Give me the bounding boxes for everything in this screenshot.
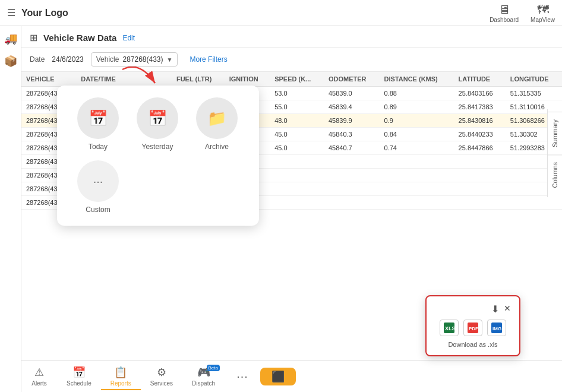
right-tabs: Summary Columns <box>547 109 562 197</box>
reports-icon: 📋 <box>114 366 127 379</box>
tab-dispatch-label: Dispatch <box>192 380 215 387</box>
vehicle-filter-label: Vehicle <box>96 55 119 64</box>
col-ignition: IGNITION <box>225 72 270 87</box>
col-latitude: LATITUDE <box>454 72 506 87</box>
vehicle-filter-select[interactable]: Vehicle 287268(433) ▼ <box>91 52 178 67</box>
excel-download-button[interactable]: XLS <box>440 320 459 336</box>
top-nav: ☰ Your Logo 🖥 Dashboard 🗺 MapView <box>0 0 562 26</box>
mapview-icon: 🗺 <box>537 3 549 17</box>
main-layout: 🚚 📦 ⊞ Vehicle Raw Data Edit Date 24/6/20… <box>0 26 562 392</box>
sidebar: 🚚 📦 <box>0 26 21 392</box>
col-distance: DISTANCE (KMS) <box>380 72 454 87</box>
mapview-label: MapView <box>531 17 555 23</box>
svg-text:PDF: PDF <box>469 326 478 331</box>
logo: Your Logo <box>21 8 68 18</box>
top-nav-left: ☰ Your Logo <box>7 7 68 18</box>
services-icon: ⚙ <box>157 366 166 379</box>
yesterday-button[interactable]: 📅 <box>137 97 178 139</box>
dashboard-label: Dashboard <box>490 17 519 23</box>
svg-text:XLS: XLS <box>445 325 454 331</box>
tab-reports[interactable]: 📋 Reports <box>101 362 141 390</box>
col-longitude: LONGITUDE <box>506 72 562 87</box>
custom-label: Custom <box>86 206 110 214</box>
hamburger-icon[interactable]: ☰ <box>7 7 15 18</box>
more-filters-link[interactable]: More Filters <box>190 55 227 64</box>
edit-link[interactable]: Edit <box>122 34 135 42</box>
download-icon[interactable]: ⬇ <box>491 304 499 315</box>
close-icon[interactable]: ✕ <box>504 304 511 315</box>
date-filter-label: Date <box>30 55 45 64</box>
today-label: Today <box>89 143 108 151</box>
col-vehicle: VEHICLE <box>21 72 76 87</box>
today-button[interactable]: 📅 <box>77 97 119 139</box>
archive-label: Archive <box>205 143 229 151</box>
pdf-download-button[interactable]: PDF <box>463 320 482 336</box>
download-popup: ⬇ ✕ XLS PDF IMG Download as .xls <box>425 295 520 356</box>
date-filter-value: 24/6/2023 <box>52 55 83 64</box>
tab-alerts-label: Alerts <box>31 380 47 387</box>
sidebar-truck-icon[interactable]: 🚚 <box>4 32 17 45</box>
tab-more[interactable]: ··· <box>225 366 260 387</box>
right-tab-summary[interactable]: Summary <box>548 112 562 154</box>
yesterday-label: Yesterday <box>142 143 173 151</box>
date-picker-custom[interactable]: ··· Custom <box>77 160 119 214</box>
col-datetime: DATE/TIME <box>76 72 172 87</box>
tab-alerts[interactable]: ⚠ Alerts <box>21 362 57 390</box>
more-icon: ··· <box>236 369 248 383</box>
page-header: ⊞ Vehicle Raw Data Edit <box>21 26 562 48</box>
date-picker-yesterday[interactable]: 📅 Yesterday <box>137 97 178 151</box>
download-label: Download as .xls <box>435 341 511 348</box>
tab-dispatch[interactable]: 🎮 Dispatch Beta <box>182 362 225 390</box>
tab-services-label: Services <box>150 380 173 387</box>
tab-services[interactable]: ⚙ Services <box>141 362 182 390</box>
right-tab-columns[interactable]: Columns <box>548 154 562 195</box>
filter-bar: Date 24/6/2023 Vehicle 287268(433) ▼ Mor… <box>21 48 562 72</box>
date-picker-archive[interactable]: 📁 Archive <box>196 97 238 151</box>
vehicle-filter-value: 287268(433) <box>122 55 163 64</box>
schedule-icon: 📅 <box>72 366 86 379</box>
download-icons: XLS PDF IMG <box>435 320 511 336</box>
main-content: ⊞ Vehicle Raw Data Edit Date 24/6/2023 V… <box>21 26 562 392</box>
tab-schedule-label: Schedule <box>67 380 91 387</box>
dashboard-icon: 🖥 <box>498 3 510 17</box>
highlighted-icon: ⬛ <box>271 370 285 383</box>
tab-schedule[interactable]: 📅 Schedule <box>57 362 101 390</box>
col-speed: SPEED (K... <box>270 72 324 87</box>
grid-icon: ⊞ <box>30 32 37 43</box>
archive-button[interactable]: 📁 <box>196 97 238 139</box>
date-picker-overlay: 📅 Today 📅 Yesterday 📁 Archive ··· Custom <box>57 86 259 226</box>
tab-reports-label: Reports <box>110 380 131 387</box>
date-picker-today[interactable]: 📅 Today <box>77 97 119 151</box>
alerts-icon: ⚠ <box>34 366 44 379</box>
top-nav-right: 🖥 Dashboard 🗺 MapView <box>490 3 555 23</box>
vehicle-select-arrow-icon: ▼ <box>167 56 173 63</box>
col-odometer: ODOMETER <box>324 72 380 87</box>
svg-text:IMG: IMG <box>492 326 501 331</box>
tab-highlighted[interactable]: ⬛ <box>260 368 296 385</box>
img-download-button[interactable]: IMG <box>487 320 506 336</box>
date-picker-grid: 📅 Today 📅 Yesterday 📁 Archive ··· Custom <box>71 97 245 214</box>
bottom-tabs: ⚠ Alerts 📅 Schedule 📋 Reports ⚙ Services… <box>21 360 562 392</box>
download-popup-header: ⬇ ✕ <box>435 304 511 315</box>
table-header-row: VEHICLE DATE/TIME FUEL (LTR) IGNITION SP… <box>21 72 562 87</box>
dispatch-badge: Beta <box>207 365 220 371</box>
mapview-nav-item[interactable]: 🗺 MapView <box>531 3 555 23</box>
custom-button[interactable]: ··· <box>77 160 119 202</box>
sidebar-box-icon[interactable]: 📦 <box>4 55 17 68</box>
dashboard-nav-item[interactable]: 🖥 Dashboard <box>490 3 519 23</box>
col-fuel: FUEL (LTR) <box>172 72 225 87</box>
page-title: Vehicle Raw Data <box>43 33 116 43</box>
